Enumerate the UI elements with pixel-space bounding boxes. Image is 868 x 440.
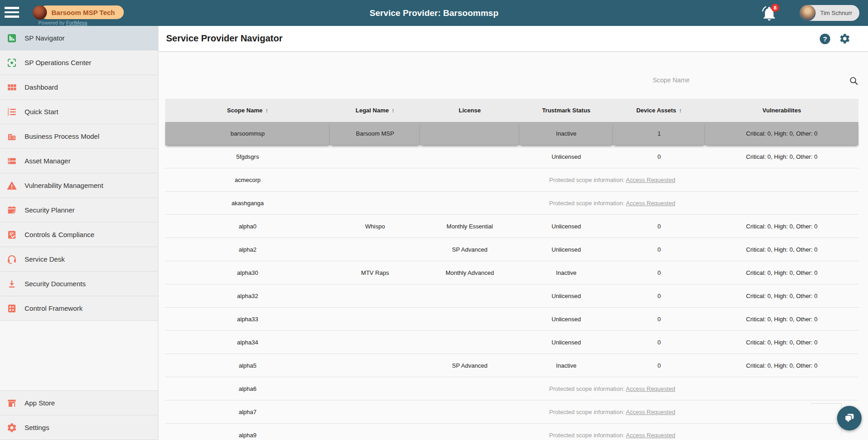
column-header-trustmark-status[interactable]: Trustmark Status [519,99,613,122]
scope-name-cell: alpha9 [165,424,330,440]
hamburger-menu-icon[interactable] [5,7,19,19]
table-row[interactable]: alpha33Unlicensed0Critical: 0, High: 0, … [165,308,858,331]
sidebar-item-sp-navigator[interactable]: SP Navigator [0,26,158,51]
scope-name-cell: barsoommsp [165,122,330,145]
access-requested-link[interactable]: Access Requested [626,385,675,392]
device-assets-cell: 0 [613,215,705,238]
main-content: Service Provider Navigator ? Scope Name↑… [159,26,868,440]
sidebar-item-label: Settings [25,424,49,431]
checklist-icon [6,229,17,240]
device-assets-cell: 0 [613,145,705,168]
column-header-license[interactable]: License [420,99,519,122]
access-requested-link[interactable]: Access Requested [626,432,675,439]
license-cell [420,331,519,354]
device-assets-cell: 0 [613,308,705,331]
trustmark-cell: Unlicensed [519,238,613,261]
warning-triangle-icon [6,180,17,191]
device-assets-cell: 0 [613,331,705,354]
table-row[interactable]: 5fgdsgrsUnlicensed0Critical: 0, High: 0,… [165,145,858,168]
vulnerabilities-cell: Critical: 0, High: 0, Other: 0 [705,238,858,261]
sidebar-item-app-store[interactable]: App Store [0,391,158,415]
legal-name-cell [330,424,420,440]
column-header-legal-name[interactable]: Legal Name↑ [330,99,420,122]
license-cell [420,168,519,192]
vulnerabilities-cell [705,377,858,400]
chat-frame-edge [811,403,841,404]
table-row[interactable]: alpha0WhispoMonthly EssentialUnlicensed0… [165,215,858,238]
chat-launcher-icon[interactable] [837,406,862,430]
user-menu[interactable]: Tim Schnurr [800,5,859,21]
access-requested-link[interactable]: Access Requested [626,177,675,183]
sidebar-item-label: Control Framework [25,304,83,312]
vulnerabilities-cell [705,192,858,215]
vulnerabilities-cell: Critical: 0, High: 0, Other: 0 [705,122,858,145]
table-row[interactable]: barsoommspBarsoom MSPInactive1Critical: … [165,122,858,145]
license-cell: Monthly Essential [420,215,519,238]
license-cell [420,424,519,440]
vulnerabilities-cell: Critical: 0, High: 0, Other: 0 [705,354,858,377]
access-requested-link[interactable]: Access Requested [626,200,675,207]
table-row[interactable]: alpha2SP AdvancedUnlicensed0Critical: 0,… [165,238,858,261]
sidebar-item-sp-operations-center[interactable]: SP Operations Center [0,51,158,75]
trustmark-cell: Inactive [519,354,613,377]
sidebar-item-control-framework[interactable]: Control Framework [0,296,158,321]
sidebar-item-settings[interactable]: Settings [0,415,158,440]
sidebar-item-label: Security Documents [25,280,86,288]
trustmark-cell: Unlicensed [519,215,613,238]
gear-icon [6,422,17,433]
search-icon[interactable] [849,76,859,86]
table-row[interactable]: alpha5SP AdvancedInactive0Critical: 0, H… [165,354,858,377]
sidebar-item-dashboard[interactable]: Dashboard [0,75,158,100]
sidebar-item-security-planner[interactable]: Security Planner [0,198,158,223]
mars-logo-icon [33,5,47,20]
top-bar: Barsoom MSP Tech Powered by FortMesa Ser… [0,0,868,26]
legal-name-cell [330,168,420,192]
column-header-device-assets[interactable]: Device Assets↑ [613,99,705,122]
brand-logo[interactable]: Barsoom MSP Tech [33,5,124,19]
protected-cell: Protected scope information: Access Requ… [519,192,705,215]
license-cell [420,377,519,400]
access-requested-link[interactable]: Access Requested [626,409,675,415]
table-row[interactable]: akashgangaProtected scope information: A… [165,192,858,215]
device-assets-cell: 0 [613,238,705,261]
vulnerabilities-cell [705,424,858,440]
protected-cell: Protected scope information: Access Requ… [519,424,705,440]
table-row[interactable]: acmecorpProtected scope information: Acc… [165,168,858,192]
trustmark-cell: Unlicensed [519,145,613,168]
protected-text: Protected scope information: [549,200,624,207]
settings-gear-icon[interactable] [839,33,851,45]
scope-name-cell: acmecorp [165,168,330,192]
table-row[interactable]: alpha6Protected scope information: Acces… [165,377,858,400]
fortmesa-link[interactable]: FortMesa [66,20,87,25]
table-row[interactable]: alpha30MTV RapsMonthly AdvancedInactive0… [165,261,858,284]
content-header: Service Provider Navigator ? [159,26,868,52]
sidebar-item-asset-manager[interactable]: Asset Manager [0,149,158,173]
sidebar-item-security-documents[interactable]: Security Documents [0,272,158,296]
license-cell [420,192,519,215]
sort-asc-icon: ↑ [265,107,269,114]
crosshair-icon [6,57,17,68]
scope-name-cell: alpha30 [165,261,330,284]
sidebar-item-vulnerability-management[interactable]: Vulnerability Management [0,173,158,198]
license-cell: Monthly Advanced [420,261,519,284]
table-row[interactable]: alpha32Unlicensed0Critical: 0, High: 0, … [165,284,858,308]
sidebar-item-quick-start[interactable]: 123 Quick Start [0,100,158,124]
legal-name-cell [330,192,420,215]
search-input[interactable] [649,72,846,88]
column-header-scope-name[interactable]: Scope Name↑ [165,99,330,122]
license-cell [420,308,519,331]
sidebar-item-service-desk[interactable]: Service Desk [0,247,158,272]
sidebar-item-business-process-model[interactable]: Business Process Model [0,124,158,149]
table-row[interactable]: alpha34Unlicensed0Critical: 0, High: 0, … [165,331,858,354]
table-row[interactable]: alpha7Protected scope information: Acces… [165,400,858,424]
column-header-vulnerabilities[interactable]: Vulnerabilites [705,99,858,122]
search-row [159,52,868,99]
sidebar-item-controls-compliance[interactable]: Controls & Compliance [0,223,158,247]
table-row[interactable]: alpha9Protected scope information: Acces… [165,424,858,440]
sidebar-item-label: SP Navigator [25,34,65,42]
storefront-icon [6,398,17,409]
help-icon[interactable]: ? [820,34,830,44]
scope-name-cell: alpha0 [165,215,330,238]
vulnerabilities-cell: Critical: 0, High: 0, Other: 0 [705,331,858,354]
scope-name-cell: 5fgdsgrs [165,145,330,168]
